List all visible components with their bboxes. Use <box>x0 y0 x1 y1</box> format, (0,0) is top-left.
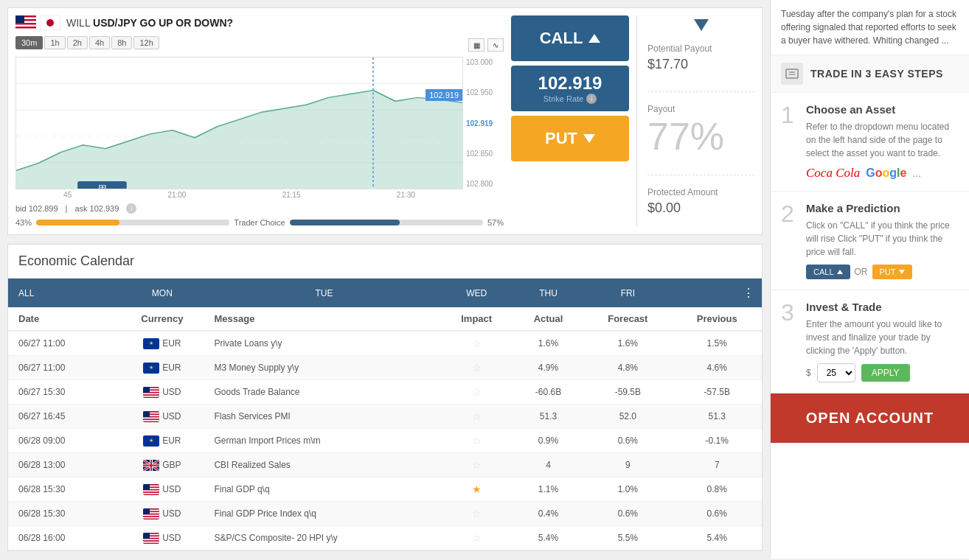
impact-star: ☆ <box>472 362 482 374</box>
bar-chart-icon[interactable]: ▦ <box>468 38 484 52</box>
row-previous: 51.3 <box>672 405 762 429</box>
payout-percent-value: 77% <box>647 117 754 155</box>
row-date: 06/28 15:30 <box>8 477 116 502</box>
col-impact: Impact <box>440 307 513 331</box>
impact-star: ☆ <box>472 337 482 349</box>
tab-all[interactable]: ALL <box>8 279 116 307</box>
row-date: 06/27 11:00 <box>8 356 116 380</box>
col-previous: Previous <box>672 307 762 331</box>
time-btn-30m[interactable]: 30m <box>15 36 43 49</box>
row-actual: 4.9% <box>513 356 583 380</box>
impact-star: ☆ <box>472 459 482 471</box>
time-btn-8h[interactable]: 8h <box>111 36 132 49</box>
put-down-arrow-icon <box>583 134 595 143</box>
row-previous: -0.1% <box>672 429 762 453</box>
row-currency: USD <box>116 380 208 405</box>
tab-wed[interactable]: WED <box>440 279 513 307</box>
calendar-title: Economic Calendar <box>8 245 762 279</box>
row-actual: -60.6B <box>513 380 583 405</box>
time-btn-4h[interactable]: 4h <box>89 36 110 49</box>
row-currency: USD <box>116 526 208 550</box>
row-forecast: 9 <box>583 453 672 477</box>
row-forecast: 4.8% <box>583 356 672 380</box>
svg-rect-54 <box>143 533 150 539</box>
table-row: 06/28 16:00 USD S&P/CS Composite- 20 HPI… <box>8 526 762 550</box>
invest-row: $ 25 APPLY <box>806 363 959 382</box>
step-2-num: 2 <box>781 202 796 279</box>
payout-percent-item: Payout 77% <box>647 104 754 155</box>
apply-button[interactable]: APPLY <box>861 364 910 382</box>
mini-put-arrow-icon <box>899 270 905 274</box>
row-message: S&P/CS Composite- 20 HPI y\y <box>208 526 440 550</box>
col-date: Date <box>8 307 116 331</box>
info-icon[interactable]: i <box>126 203 136 214</box>
row-date: 06/28 15:30 <box>8 502 116 526</box>
row-impact: ☆ <box>440 331 513 356</box>
chart-icon-bar[interactable]: ▦ ∿ <box>468 38 504 52</box>
table-row: 06/28 15:30 USD Final GDP q\q ★ 1.1% 1.0… <box>8 477 762 502</box>
step-1-num: 1 <box>781 103 796 181</box>
line-chart-icon[interactable]: ∿ <box>487 38 504 52</box>
time-btn-12h[interactable]: 12h <box>133 36 159 49</box>
payout-section: Potential Payout $17.70 Payout 77% Prote… <box>636 15 754 227</box>
svg-rect-53 <box>143 541 159 542</box>
put-button[interactable]: PUT <box>511 116 629 161</box>
row-impact: ☆ <box>440 429 513 453</box>
table-row: 06/27 15:30 USD Goods Trade Balance ☆ -6… <box>8 380 762 405</box>
row-message: German Import Prices m\m <box>208 429 440 453</box>
row-currency: GBP <box>116 453 208 477</box>
time-btn-2h[interactable]: 2h <box>67 36 88 49</box>
open-account-button[interactable]: OPEN ACCOUNT <box>771 393 969 443</box>
strike-rate-value: 102.919 <box>518 73 622 94</box>
tab-fri[interactable]: FRI <box>583 279 672 307</box>
svg-rect-46 <box>143 514 159 516</box>
row-impact: ☆ <box>440 502 513 526</box>
row-currency: USD <box>116 477 208 502</box>
bid-ask-bar: bid 102.899 | ask 102.939 i <box>15 203 504 214</box>
row-message: Final GDP q\q <box>208 477 440 502</box>
row-forecast: 1.6% <box>583 331 672 356</box>
svg-rect-36 <box>143 464 159 466</box>
row-impact: ☆ <box>440 380 513 405</box>
table-row: 06/27 11:00 ★ EUR Private Loans y\y ☆ 1.… <box>8 331 762 356</box>
row-previous: 1.5% <box>672 331 762 356</box>
call-button[interactable]: CALL <box>511 15 629 61</box>
strike-rate-info-icon[interactable]: i <box>586 94 597 104</box>
impact-star: ☆ <box>472 532 482 544</box>
row-currency: ★ EUR <box>116 429 208 453</box>
mini-put-button[interactable]: PUT <box>872 265 912 279</box>
impact-star: ☆ <box>472 386 482 398</box>
mini-call-button[interactable]: CALL <box>806 265 850 279</box>
row-previous: 0.6% <box>672 502 762 526</box>
tab-mon[interactable]: MON <box>116 279 208 307</box>
calendar-more-options[interactable]: ⋮ <box>672 279 762 307</box>
x-axis-labels: 45 21:00 21:15 21:30 <box>15 189 504 200</box>
strike-rate-label: Strike Rate <box>543 94 583 103</box>
svg-text:⊞: ⊞ <box>98 183 107 189</box>
coca-cola-logo: Coca Cola <box>806 166 860 181</box>
impact-star: ★ <box>472 483 482 495</box>
time-buttons[interactable]: 30m 1h 2h 4h 8h 12h <box>15 36 159 49</box>
step-3-num: 3 <box>781 301 796 382</box>
row-actual: 1.6% <box>513 331 583 356</box>
svg-rect-25 <box>143 417 159 419</box>
svg-rect-48 <box>143 508 150 514</box>
time-btn-1h[interactable]: 1h <box>44 36 65 49</box>
table-row: 06/28 13:00 GBP CBI Realized Sales ☆ 4 9… <box>8 453 762 477</box>
amount-select[interactable]: 25 <box>817 363 855 382</box>
row-currency: ★ EUR <box>116 331 208 356</box>
currency-flags <box>15 15 60 30</box>
svg-rect-19 <box>143 393 159 394</box>
row-message: Private Loans y\y <box>208 331 440 356</box>
economic-calendar: Economic Calendar ALL MON TUE WED THU FR… <box>7 244 763 551</box>
row-actual: 1.1% <box>513 477 583 502</box>
table-row: 06/27 11:00 ★ EUR M3 Money Supply y\y ☆ … <box>8 356 762 380</box>
svg-marker-15 <box>694 19 709 31</box>
steps-header: TRADE IN 3 EASY STEPS <box>771 55 969 93</box>
tab-thu[interactable]: THU <box>513 279 583 307</box>
svg-rect-20 <box>143 395 159 396</box>
tab-tue[interactable]: TUE <box>208 279 440 307</box>
step-2-desc: Click on "CALL" if you think the price w… <box>806 219 959 259</box>
call-up-arrow-icon <box>588 34 600 43</box>
svg-rect-5 <box>15 15 24 23</box>
